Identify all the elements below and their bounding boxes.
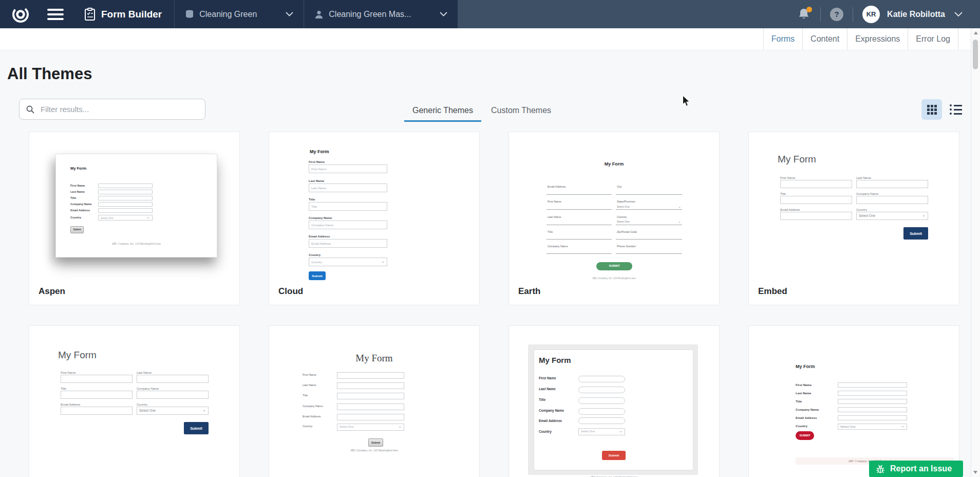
grid-view-icon <box>927 105 937 115</box>
scrollbar-thumb[interactable] <box>973 40 978 69</box>
theme-card[interactable]: My Form First Name Last Name Title Compa… <box>748 325 959 477</box>
topbar-divider <box>820 7 821 22</box>
theme-name: Cloud <box>278 286 303 297</box>
report-an-issue-button[interactable]: Report an Issue <box>869 461 963 477</box>
app-title: Form Builder <box>101 9 162 20</box>
topbar-left: Form Builder Cleaning Green <box>0 0 458 28</box>
grid-view-button[interactable] <box>921 99 942 120</box>
tab-generic-themes[interactable]: Generic Themes <box>404 101 481 122</box>
tab-content[interactable]: Content <box>802 28 847 50</box>
theme-card[interactable]: My Form First Name Last Name Title Compa… <box>29 325 240 477</box>
list-view-button[interactable] <box>946 99 966 120</box>
view-toggles <box>921 99 966 120</box>
theme-card[interactable]: My Form First Name Last Name Title Compa… <box>269 325 480 477</box>
topbar-divider <box>853 7 853 22</box>
topbar-right: ? KR Katie Robilotta <box>458 0 980 28</box>
bug-icon <box>875 464 885 474</box>
theme-type-tabs: Generic Themes Custom Themes <box>404 101 561 122</box>
tab-error-log[interactable]: Error Log <box>908 28 958 50</box>
select-chevron-icon: ⌄ <box>678 219 681 224</box>
select-chevron-icon: ⌄ <box>381 260 385 264</box>
theme-card-embed[interactable]: My Form First Name Last Name Title Compa… <box>748 132 959 305</box>
database-icon <box>185 9 194 20</box>
theme-name: Embed <box>758 286 787 297</box>
scroll-down-arrow-icon[interactable] <box>973 471 977 474</box>
theme-name: Aspen <box>39 286 65 297</box>
select-chevron-icon: ⌄ <box>901 424 904 428</box>
section-tab-bar: Forms Content Expressions Error Log <box>0 28 971 50</box>
scroll-up-arrow-icon[interactable] <box>974 31 978 34</box>
org-dropdown[interactable]: Cleaning Green <box>175 0 304 28</box>
tab-custom-themes[interactable]: Custom Themes <box>481 101 561 122</box>
list-view-icon <box>950 104 962 115</box>
tab-expressions[interactable]: Expressions <box>847 28 908 50</box>
theme-card-aspen[interactable]: My Form First Name Last Name Title Compa… <box>29 132 240 305</box>
select-chevron-icon: ⌄ <box>398 425 402 429</box>
user-avatar[interactable]: KR <box>862 6 880 23</box>
clipboard-icon <box>84 8 96 21</box>
mouse-cursor <box>682 95 691 107</box>
report-an-issue-label: Report an Issue <box>890 464 952 473</box>
select-chevron-icon: ⌄ <box>922 213 926 217</box>
user-menu-chevron-icon[interactable] <box>954 12 963 17</box>
app-logo-icon[interactable] <box>11 5 30 24</box>
notifications-bell-icon[interactable] <box>798 8 811 21</box>
hamburger-menu-icon[interactable] <box>47 9 64 20</box>
chevron-down-icon <box>286 12 293 16</box>
notification-badge <box>806 7 812 12</box>
app-title-group: Form Builder <box>84 8 162 21</box>
theme-name: Earth <box>518 286 540 297</box>
org-dropdown-value: Cleaning Green <box>199 10 257 19</box>
person-icon <box>314 10 324 19</box>
top-navigation-bar: Form Builder Cleaning Green <box>0 0 980 28</box>
theme-card-cloud[interactable]: My Form First Name First Name Last Name … <box>269 132 480 305</box>
tab-forms[interactable]: Forms <box>763 28 802 50</box>
select-chevron-icon: ⌄ <box>146 215 150 219</box>
select-chevron-icon: ⌄ <box>619 429 623 433</box>
page-title: All Themes <box>7 65 92 83</box>
theme-card-earth[interactable]: My Form Email Address First Name Last Na… <box>508 132 720 305</box>
theme-thumbnail: My Form First Name Last Name Title Compa… <box>55 154 217 258</box>
chevron-down-icon <box>440 12 447 16</box>
filter-box <box>19 99 205 120</box>
vertical-scrollbar[interactable] <box>971 28 980 477</box>
theme-card[interactable]: My Form First Name Last Name Title Compa… <box>508 325 720 477</box>
filter-input[interactable] <box>40 104 198 114</box>
user-name: Katie Robilotta <box>887 10 945 19</box>
context-dropdown-value: Cleaning Green Mas... <box>329 10 411 19</box>
select-chevron-icon: ⌄ <box>202 408 206 412</box>
context-dropdown[interactable]: Cleaning Green Mas... <box>304 0 458 28</box>
help-icon[interactable]: ? <box>830 8 843 21</box>
search-icon <box>26 105 34 114</box>
app-screen: Form Builder Cleaning Green <box>0 0 980 477</box>
select-chevron-icon: ⌄ <box>678 205 681 209</box>
